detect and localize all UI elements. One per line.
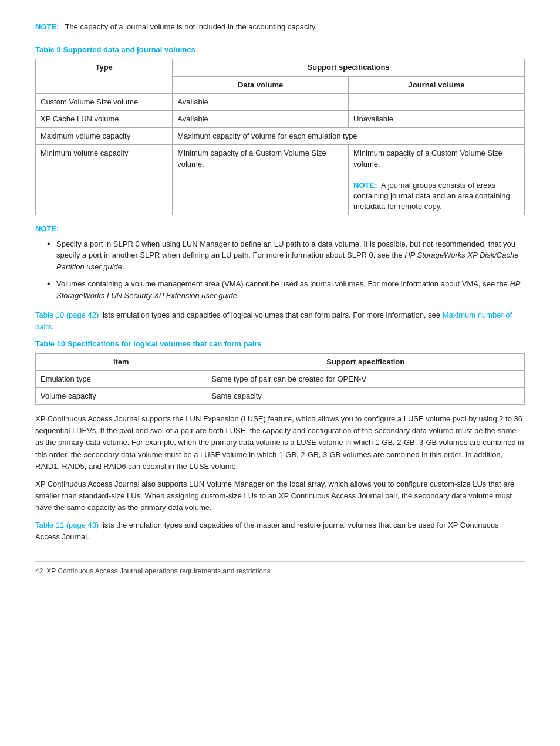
table-row: XP Cache LUN volume Available Unavailabl…: [36, 110, 525, 127]
note-label: NOTE:: [35, 22, 59, 32]
table9-row4-type: Minimum volume capacity: [36, 145, 173, 215]
table9-row1-journal: [349, 93, 525, 110]
note-text: The capacity of a journal volume is not …: [65, 22, 317, 32]
table10-title: Table 10 Specifications for logical volu…: [35, 339, 525, 349]
italic-text: HP StorageWorks XP Disk/Cache Partition …: [56, 251, 518, 271]
table-row: Minimum volume capacity Minimum capacity…: [36, 145, 525, 215]
table9-row1-data: Available: [173, 93, 349, 110]
table-row: Custom Volume Size volume Available: [36, 93, 525, 110]
para1: XP Continuous Access Journal supports th…: [35, 413, 525, 472]
table10-row1-item: Emulation type: [36, 370, 207, 387]
table9-row4-journal: Minimum capacity of a Custom Volume Size…: [349, 145, 525, 215]
table10-ref-para: Table 10 (page 42) lists emulation types…: [35, 309, 525, 333]
table11-ref-para: Table 11 (page 43) lists the emulation t…: [35, 519, 525, 543]
table9-data-vol-header: Data volume: [173, 76, 349, 93]
table11-link[interactable]: Table 11 (page 43): [35, 521, 99, 529]
bullet-list: Specify a port in SLPR 0 when using LUN …: [35, 238, 525, 302]
table9-support-header: Support specifications: [173, 59, 525, 76]
list-item: Specify a port in SLPR 0 when using LUN …: [47, 238, 525, 273]
footer: 42 XP Continuous Access Journal operatio…: [35, 561, 525, 576]
table9: Type Support specifications Data volume …: [35, 59, 525, 215]
table9-row1-type: Custom Volume Size volume: [36, 93, 173, 110]
table9-col-type-header: Type: [36, 59, 173, 93]
inline-note-label: NOTE:: [353, 181, 377, 190]
note-block: NOTE: Specify a port in SLPR 0 when usin…: [35, 224, 525, 301]
table9-journal-vol-header: Journal volume: [349, 76, 525, 93]
table-row: Maximum volume capacity Maximum capacity…: [36, 128, 525, 145]
table10-item-header: Item: [36, 353, 207, 370]
table10-spec-header: Support specification: [207, 353, 524, 370]
table10: Item Support specification Emulation typ…: [35, 353, 525, 406]
table9-row2-type: XP Cache LUN volume: [36, 110, 173, 127]
max-pairs-link[interactable]: Maximum number of pairs: [35, 310, 512, 331]
table10-row2-spec: Same capacity: [207, 387, 524, 404]
top-note: NOTE: The capacity of a journal volume i…: [35, 18, 525, 36]
table9-row2-journal: Unavailable: [349, 110, 525, 127]
italic-text: HP StorageWorks LUN Security XP Extensio…: [56, 279, 520, 300]
table10-row2-item: Volume capacity: [36, 387, 207, 404]
footer-text: XP Continuous Access Journal operations …: [46, 566, 270, 576]
table9-row3-type: Maximum volume capacity: [36, 128, 173, 145]
para2: XP Continuous Access Journal also suppor…: [35, 478, 525, 514]
table9-row4-data: Minimum capacity of a Custom Volume Size…: [173, 145, 349, 215]
table10-link[interactable]: Table 10 (page 42): [35, 310, 99, 319]
table9-title: Table 9 Supported data and journal volum…: [35, 45, 525, 55]
note-block-header: NOTE:: [35, 224, 525, 234]
table10-row1-spec: Same type of pair can be created for OPE…: [207, 370, 524, 387]
table9-row2-data: Available: [173, 110, 349, 127]
table-row: Emulation type Same type of pair can be …: [36, 370, 525, 387]
list-item: Volumes containing a volume management a…: [47, 278, 525, 301]
table9-row3-data: Maximum capacity of volume for each emul…: [173, 128, 525, 145]
table-row: Volume capacity Same capacity: [36, 387, 525, 404]
footer-page: 42: [35, 566, 43, 576]
